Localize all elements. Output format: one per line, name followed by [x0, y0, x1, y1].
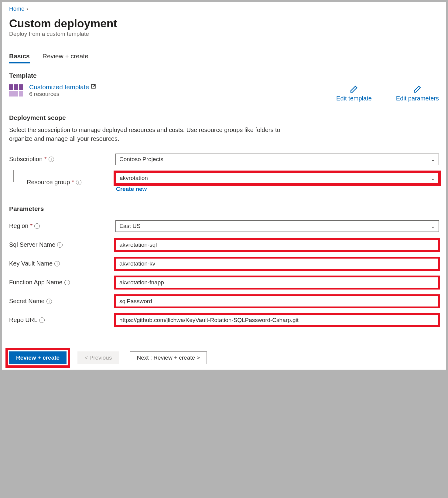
function-app-name-label-text: Function App Name [9, 279, 63, 286]
customized-template-label: Customized template [29, 83, 89, 91]
edit-template-label: Edit template [336, 95, 372, 102]
region-label-text: Region [9, 222, 28, 229]
chevron-right-icon: › [26, 5, 28, 12]
info-icon[interactable]: i [46, 299, 52, 304]
info-icon[interactable]: i [76, 180, 81, 185]
info-icon[interactable]: i [57, 242, 63, 248]
page-subtitle: Deploy from a custom template [9, 31, 439, 37]
parameters-section-title: Parameters [9, 205, 439, 212]
content-area: Home › Custom deployment Deploy from a c… [2, 2, 446, 326]
subscription-label: Subscription * i [9, 156, 115, 163]
region-select[interactable] [115, 220, 439, 232]
secret-name-input[interactable] [115, 296, 439, 307]
template-row: Customized template 6 resources [9, 83, 439, 102]
template-tile-icon [9, 84, 23, 97]
key-vault-name-row: Key Vault Name i [9, 258, 439, 269]
page-container: Home › Custom deployment Deploy from a c… [2, 2, 446, 370]
customized-template-link[interactable]: Customized template [29, 83, 96, 91]
key-vault-name-label: Key Vault Name i [9, 260, 115, 267]
footer-action-bar: Review + create < Previous Next : Review… [2, 346, 446, 370]
repo-url-label-text: Repo URL [9, 317, 37, 324]
resource-group-label: Resource group * i [9, 179, 115, 186]
resource-group-row: Resource group * i ⌄ Create new [9, 172, 439, 192]
required-asterisk: * [30, 222, 32, 229]
template-actions: Edit template Edit parameters [336, 85, 439, 102]
edit-parameters-button[interactable]: Edit parameters [396, 85, 439, 102]
info-icon[interactable]: i [39, 317, 45, 323]
info-icon[interactable]: i [54, 261, 60, 266]
breadcrumb-home-link[interactable]: Home [9, 5, 25, 12]
repo-url-row: Repo URL i [9, 314, 439, 326]
subscription-label-text: Subscription [9, 156, 43, 163]
review-create-button[interactable]: Review + create [9, 351, 67, 364]
edit-template-button[interactable]: Edit template [336, 85, 372, 102]
resource-group-label-text: Resource group [27, 179, 70, 186]
resource-group-select[interactable] [115, 172, 439, 184]
template-section-title: Template [9, 72, 439, 79]
subscription-row: Subscription * i ⌄ [9, 154, 439, 165]
breadcrumb: Home › [9, 4, 439, 12]
tab-bar: Basics Review + create [9, 53, 439, 63]
pencil-icon [413, 85, 422, 94]
repo-url-label: Repo URL i [9, 317, 115, 324]
sql-server-name-input[interactable] [115, 239, 439, 251]
key-vault-name-input[interactable] [115, 258, 439, 269]
subscription-select[interactable] [115, 154, 439, 165]
sql-server-name-label: Sql Server Name i [9, 241, 115, 248]
sql-server-name-row: Sql Server Name i [9, 239, 439, 251]
page-title: Custom deployment [9, 18, 439, 30]
previous-button: < Previous [77, 351, 119, 364]
template-summary: Customized template 6 resources [9, 83, 96, 97]
tab-review-create[interactable]: Review + create [43, 53, 88, 63]
edit-parameters-label: Edit parameters [396, 95, 439, 102]
required-asterisk: * [72, 179, 74, 186]
info-icon[interactable]: i [49, 157, 54, 162]
function-app-name-label: Function App Name i [9, 279, 115, 286]
required-asterisk: * [44, 156, 47, 163]
pencil-icon [349, 85, 358, 94]
secret-name-label-text: Secret Name [9, 298, 45, 305]
tab-basics[interactable]: Basics [9, 53, 30, 63]
next-button[interactable]: Next : Review + create > [130, 351, 207, 364]
region-row: Region * i ⌄ [9, 220, 439, 232]
info-icon[interactable]: i [64, 280, 70, 285]
create-new-resource-group-link[interactable]: Create new [116, 186, 147, 192]
sql-server-name-label-text: Sql Server Name [9, 241, 55, 248]
info-icon[interactable]: i [34, 223, 40, 229]
repo-url-input[interactable] [115, 314, 439, 326]
deployment-scope-description: Select the subscription to manage deploy… [9, 126, 301, 143]
deployment-scope-title: Deployment scope [9, 114, 439, 121]
function-app-name-row: Function App Name i [9, 277, 439, 288]
region-label: Region * i [9, 222, 115, 229]
open-new-window-icon [91, 84, 96, 90]
function-app-name-input[interactable] [115, 277, 439, 288]
template-resource-count: 6 resources [29, 91, 96, 97]
secret-name-label: Secret Name i [9, 298, 115, 305]
secret-name-row: Secret Name i [9, 296, 439, 307]
key-vault-name-label-text: Key Vault Name [9, 260, 53, 267]
